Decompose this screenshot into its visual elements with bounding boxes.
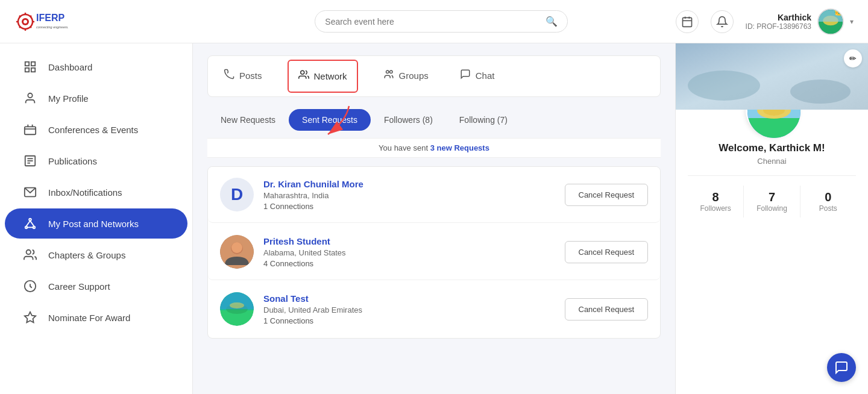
conn-name-pritesh[interactable]: Pritesh Student xyxy=(263,236,565,246)
sub-tab-new-requests[interactable]: New Requests xyxy=(207,109,289,131)
tab-posts-label: Posts xyxy=(239,70,262,81)
svg-line-37 xyxy=(30,220,34,226)
sidebar-item-chapters-groups[interactable]: Chapters & Groups xyxy=(5,240,187,270)
sidebar-item-inbox[interactable]: Inbox/Notifications xyxy=(5,177,187,207)
svg-rect-62 xyxy=(747,118,800,138)
conn-info-pritesh: Pritesh Student Alabama, United States 4… xyxy=(263,236,565,268)
sidebar-item-publications[interactable]: Publications xyxy=(5,146,187,176)
profile-info: Welcome, Karthick M! Chennai 8 Followers… xyxy=(676,142,868,227)
conn-location-kiran: Maharashtra, India xyxy=(263,191,565,200)
tab-groups[interactable]: Groups xyxy=(377,58,435,95)
connection-card-kiran: D Dr. Kiran Chunilal More Maharashtra, I… xyxy=(208,167,660,223)
sub-tab-followers[interactable]: Followers (8) xyxy=(371,109,446,131)
posts-tab-icon xyxy=(224,69,234,83)
main-layout: Dashboard My Profile Conferences & Event… xyxy=(0,43,868,394)
conferences-icon xyxy=(22,123,39,136)
sidebar-label-publications: Publications xyxy=(48,156,97,166)
conn-connections-sonal: 1 Connections xyxy=(263,316,565,325)
sidebar-item-career-support[interactable]: Career Support xyxy=(5,271,187,301)
sidebar-label-chapters: Chapters & Groups xyxy=(48,250,125,260)
header-right: Karthick ID: PROF-13896763 👑 ▾ xyxy=(676,8,854,35)
cancel-btn-sonal[interactable]: Cancel Request xyxy=(565,298,649,321)
networks-icon xyxy=(22,217,39,230)
notif-link[interactable]: 3 new Requests xyxy=(430,143,489,152)
sidebar-label-networks: My Post and Networks xyxy=(48,219,139,229)
sidebar-label-nominate: Nominate For Award xyxy=(48,313,130,323)
search-input[interactable] xyxy=(325,17,546,27)
svg-line-36 xyxy=(27,220,30,226)
following-count: 7 xyxy=(744,190,799,204)
right-panel: ✏ Welcome, Karthick M! Chennai 8 xyxy=(675,43,868,394)
conn-info-kiran: Dr. Kiran Chunilal More Maharashtra, Ind… xyxy=(263,179,565,211)
notification-button[interactable] xyxy=(711,10,734,33)
svg-rect-22 xyxy=(25,62,29,66)
svg-line-8 xyxy=(30,27,31,28)
profile-icon xyxy=(22,92,39,105)
inbox-icon xyxy=(22,186,39,199)
search-icon: 🔍 xyxy=(546,16,558,27)
svg-rect-23 xyxy=(31,62,35,66)
conn-connections-kiran: 1 Connections xyxy=(263,202,565,211)
svg-rect-13 xyxy=(682,17,691,27)
svg-point-54 xyxy=(230,302,244,308)
calendar-button[interactable] xyxy=(676,10,699,33)
career-icon xyxy=(22,280,39,293)
notification-bar: You have sent 3 new Requests xyxy=(207,138,661,158)
sidebar-label-career: Career Support xyxy=(48,281,110,292)
connection-cards-container: D Dr. Kiran Chunilal More Maharashtra, I… xyxy=(207,166,661,339)
sidebar-item-my-profile[interactable]: My Profile xyxy=(5,83,187,113)
user-id: ID: PROF-13896763 xyxy=(746,22,811,31)
svg-point-42 xyxy=(300,70,304,74)
chat-bubble[interactable] xyxy=(827,353,856,382)
network-tab-icon xyxy=(298,69,309,83)
sidebar-item-my-post-networks[interactable]: My Post and Networks xyxy=(5,208,187,239)
sidebar-item-dashboard[interactable]: Dashboard xyxy=(5,52,187,82)
annotation-arrow xyxy=(310,103,358,139)
user-name: Karthick xyxy=(746,13,811,22)
svg-point-39 xyxy=(27,250,31,254)
avatar-pritesh xyxy=(220,235,254,269)
sidebar-label-inbox: Inbox/Notifications xyxy=(48,187,122,198)
profile-stats: 8 Followers 7 Following 0 Posts xyxy=(688,175,856,217)
banner-image xyxy=(676,43,868,110)
avatar-sonal xyxy=(220,292,254,326)
sub-tab-following[interactable]: Following (7) xyxy=(446,109,521,131)
tab-network[interactable]: Network xyxy=(288,60,358,93)
search-box[interactable]: 🔍 xyxy=(315,10,568,33)
sidebar-label-my-profile: My Profile xyxy=(48,93,89,104)
sidebar-item-nominate[interactable]: Nominate For Award xyxy=(5,302,187,333)
groups-tab-icon xyxy=(383,69,394,83)
cancel-btn-kiran[interactable]: Cancel Request xyxy=(565,184,649,206)
followers-label: Followers xyxy=(688,204,743,213)
following-label: Following xyxy=(744,204,799,213)
tabs-bar: Posts Network Groups xyxy=(207,55,661,97)
nominate-icon xyxy=(22,311,39,324)
posts-count: 0 xyxy=(800,190,856,204)
svg-rect-25 xyxy=(31,68,35,72)
logo: IFERP connecting engineers...developing … xyxy=(14,7,69,37)
cancel-btn-pritesh[interactable]: Cancel Request xyxy=(565,241,649,263)
svg-point-44 xyxy=(389,70,392,73)
profile-city: Chennai xyxy=(688,157,856,166)
tab-groups-label: Groups xyxy=(399,70,429,81)
svg-line-10 xyxy=(19,27,20,28)
svg-point-26 xyxy=(28,93,32,98)
svg-text:connecting engineers...develop: connecting engineers...developing resear… xyxy=(36,25,69,29)
tab-posts[interactable]: Posts xyxy=(218,58,268,95)
stat-posts: 0 Posts xyxy=(800,186,856,217)
edit-button[interactable]: ✏ xyxy=(844,49,862,67)
followers-count: 8 xyxy=(688,190,743,204)
sidebar-item-conferences[interactable]: Conferences & Events xyxy=(5,114,187,145)
conn-location-sonal: Dubai, United Arab Emirates xyxy=(263,305,565,314)
svg-point-2 xyxy=(24,20,27,23)
sidebar-label-conferences: Conferences & Events xyxy=(48,125,138,135)
chevron-down-icon: ▾ xyxy=(850,17,854,26)
conn-name-sonal[interactable]: Sonal Test xyxy=(263,293,565,304)
sub-tabs: New Requests Sent Requests Followers (8)… xyxy=(207,109,661,131)
conn-name-kiran[interactable]: Dr. Kiran Chunilal More xyxy=(263,179,565,189)
user-menu[interactable]: Karthick ID: PROF-13896763 👑 ▾ xyxy=(746,8,854,35)
chapters-icon xyxy=(22,248,39,261)
sidebar-label-dashboard: Dashboard xyxy=(48,62,92,72)
tab-chat[interactable]: Chat xyxy=(454,58,501,95)
header: IFERP connecting engineers...developing … xyxy=(0,0,868,43)
